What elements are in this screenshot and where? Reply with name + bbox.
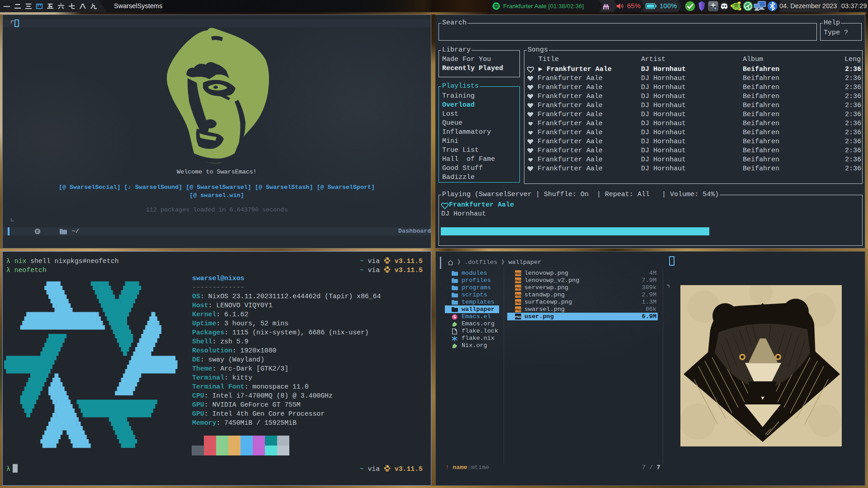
- svg-text:E: E: [36, 229, 39, 234]
- svg-text:PNG: PNG: [515, 308, 521, 311]
- svg-text:PNG: PNG: [515, 272, 521, 275]
- svg-text:PNG: PNG: [515, 294, 521, 297]
- svg-text:PNG: PNG: [515, 279, 521, 282]
- svg-text:PNG: PNG: [515, 286, 521, 290]
- svg-text:PNG: PNG: [515, 301, 521, 304]
- svg-text:PNG: PNG: [515, 315, 521, 319]
